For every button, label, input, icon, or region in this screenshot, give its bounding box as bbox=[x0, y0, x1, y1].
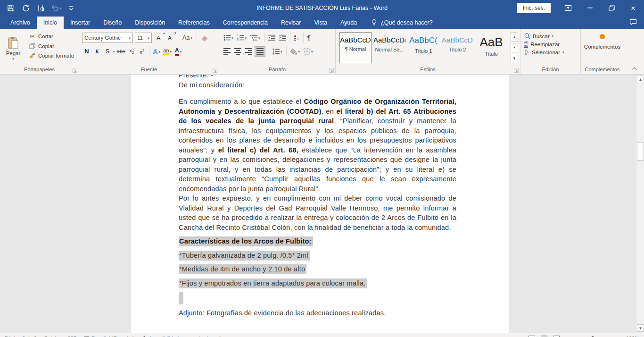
change-case-button[interactable]: Aa▾ bbox=[182, 33, 193, 43]
group-label-edicion: Edición bbox=[520, 66, 580, 74]
styles-scroll-up-icon[interactable]: ▴ bbox=[511, 32, 518, 42]
collapse-ribbon-icon[interactable] bbox=[631, 66, 639, 72]
customize-qat-icon[interactable] bbox=[65, 2, 77, 14]
close-icon[interactable]: × bbox=[622, 0, 644, 16]
tab-inicio[interactable]: Inicio bbox=[37, 17, 64, 29]
shrink-font-button[interactable]: A▼ bbox=[165, 33, 174, 43]
group-estilos: AaBbCcDc¶ Normal AaBbCcDcNormal Sa... Aa… bbox=[336, 29, 520, 74]
find-button[interactable]: Buscar▾ bbox=[524, 33, 564, 39]
doc-paragraph: Por lo antes expuesto, y en cumplimiento… bbox=[179, 194, 456, 232]
selected-line: *Medidas de 4m de ancho y 2.10 de alto bbox=[179, 264, 456, 274]
language-indicator[interactable]: Español (Ecuador) bbox=[84, 336, 134, 337]
shading-button[interactable]: ▾ bbox=[289, 46, 302, 57]
addins-button[interactable]: Complementos bbox=[581, 34, 624, 50]
repeat-icon[interactable] bbox=[20, 2, 32, 14]
clear-formatting-button[interactable] bbox=[200, 33, 210, 43]
page-indicator[interactable]: Página 2 de 3 bbox=[5, 336, 37, 337]
tab-vista[interactable]: Vista bbox=[307, 17, 334, 29]
multilevel-list-button[interactable]: ▾ bbox=[249, 33, 262, 43]
svg-text:3: 3 bbox=[237, 39, 239, 41]
borders-button[interactable]: ▾ bbox=[302, 46, 314, 57]
grow-font-button[interactable]: A▲ bbox=[154, 33, 163, 43]
comment-icon[interactable] bbox=[626, 17, 640, 27]
subscript-button[interactable]: x2 bbox=[127, 46, 136, 57]
style-normal[interactable]: AaBbCcDc¶ Normal bbox=[339, 32, 372, 63]
read-mode-icon[interactable] bbox=[528, 336, 535, 337]
save-icon[interactable] bbox=[5, 2, 17, 14]
style-normal-sa[interactable]: AaBbCcDcNormal Sa... bbox=[373, 32, 405, 63]
decrease-indent-button[interactable] bbox=[267, 33, 277, 43]
zoom-level[interactable]: 100% bbox=[626, 336, 639, 337]
bold-button[interactable]: N bbox=[82, 46, 91, 57]
text-effects-button[interactable]: A▾ bbox=[152, 46, 161, 57]
align-center-button[interactable] bbox=[233, 46, 243, 57]
accessibility-status[interactable]: Accesibilidad: es preciso investigar bbox=[142, 336, 229, 337]
dialog-launcher-icon[interactable]: ↘ bbox=[514, 68, 519, 73]
document-page[interactable]: Presente. - De mi consideración: En cump… bbox=[131, 75, 509, 333]
underline-button[interactable]: S bbox=[103, 46, 112, 57]
sign-in-button[interactable]: Inic. ses. bbox=[517, 3, 551, 13]
font-size-combobox[interactable]: 11▾ bbox=[135, 33, 152, 43]
tab-referencias[interactable]: Referencias bbox=[172, 17, 216, 29]
font-color-button[interactable]: A▾ bbox=[173, 46, 183, 57]
undo-dropdown-icon[interactable]: ▾ bbox=[59, 7, 61, 10]
paste-dropdown-icon[interactable]: ▾ bbox=[12, 57, 14, 60]
zoom-in-icon[interactable]: + bbox=[617, 336, 620, 337]
web-layout-icon[interactable] bbox=[553, 336, 560, 337]
show-marks-button[interactable]: ¶ bbox=[306, 33, 313, 43]
dialog-launcher-icon[interactable]: ↘ bbox=[73, 68, 77, 73]
minimize-icon[interactable] bbox=[579, 0, 601, 16]
style-titulo-1[interactable]: AaBbC(Título 1 bbox=[407, 32, 439, 63]
tab-insertar[interactable]: Insertar bbox=[64, 17, 97, 29]
style-titulo-2[interactable]: AaBbCcDTítulo 2 bbox=[441, 32, 473, 63]
styles-more-icon[interactable]: ▾ bbox=[511, 54, 518, 63]
scroll-up-icon[interactable]: ▲ bbox=[637, 76, 644, 83]
italic-button[interactable]: K bbox=[92, 46, 102, 57]
justify-button[interactable] bbox=[255, 46, 265, 57]
select-button[interactable]: Seleccionar▾ bbox=[524, 49, 564, 55]
tab-correspondencia[interactable]: Correspondencia bbox=[216, 17, 274, 29]
align-left-button[interactable] bbox=[222, 46, 232, 57]
dialog-launcher-icon[interactable]: ↘ bbox=[329, 68, 334, 73]
clipboard-icon bbox=[8, 36, 19, 50]
ribbon-display-options-icon[interactable] bbox=[557, 0, 579, 16]
vertical-scrollbar[interactable]: ▲ ▼ bbox=[636, 75, 644, 333]
zoom-out-icon[interactable]: − bbox=[565, 336, 568, 337]
align-right-button[interactable] bbox=[244, 46, 254, 57]
font-name-combobox[interactable]: Century Gothic▾ bbox=[82, 33, 133, 43]
bullets-button[interactable]: ▾ bbox=[222, 33, 235, 43]
replace-button[interactable]: abac Reemplazar bbox=[524, 41, 564, 47]
scrollbar-thumb[interactable] bbox=[637, 143, 644, 160]
increase-indent-button[interactable] bbox=[278, 33, 288, 43]
cut-button[interactable]: ✂Cortar bbox=[26, 32, 76, 41]
tab-ayuda[interactable]: Ayuda bbox=[334, 17, 363, 29]
tab-archivo[interactable]: Archivo bbox=[4, 17, 37, 29]
replace-icon: abac bbox=[524, 41, 528, 47]
word-count[interactable]: Palabras: 337 bbox=[44, 336, 76, 337]
underline-dropdown-icon[interactable]: ▾ bbox=[113, 50, 115, 53]
strikethrough-button[interactable]: abc bbox=[116, 46, 126, 57]
undo-icon[interactable]: ▾ bbox=[50, 2, 62, 14]
document-area[interactable]: Presente. - De mi consideración: En cump… bbox=[0, 75, 636, 333]
ribbon: Pegar ▾ ✂Cortar Copiar Copiar formato Po… bbox=[0, 29, 644, 75]
format-painter-button[interactable]: Copiar formato bbox=[26, 51, 76, 59]
sort-button[interactable]: AZ↓ bbox=[293, 33, 301, 43]
scroll-down-icon[interactable]: ▼ bbox=[637, 324, 644, 332]
copy-button[interactable]: Copiar bbox=[26, 42, 76, 50]
tab-diseno[interactable]: Diseño bbox=[97, 17, 128, 29]
restore-icon[interactable] bbox=[601, 0, 622, 16]
paste-button[interactable]: Pegar ▾ bbox=[3, 32, 24, 64]
numbering-button[interactable]: 123 ▾ bbox=[236, 33, 248, 43]
line-spacing-button[interactable]: ▾ bbox=[271, 46, 284, 57]
selected-heading: Características de los Arcos de Fulbito: bbox=[179, 236, 456, 246]
superscript-button[interactable]: x2 bbox=[137, 46, 147, 57]
print-layout-icon[interactable] bbox=[541, 336, 547, 337]
tab-disposicion[interactable]: Disposición bbox=[128, 17, 172, 29]
print-preview-icon[interactable] bbox=[35, 2, 47, 14]
style-titulo[interactable]: AaBTítulo bbox=[475, 32, 507, 63]
dialog-launcher-icon[interactable]: ↘ bbox=[213, 68, 217, 73]
text-highlight-button[interactable]: ab▾ bbox=[162, 46, 173, 57]
styles-scroll-down-icon[interactable]: ▾ bbox=[511, 43, 518, 52]
tell-me-box[interactable]: ¿Qué desea hacer? bbox=[366, 16, 438, 29]
tab-revisar[interactable]: Revisar bbox=[274, 17, 307, 29]
